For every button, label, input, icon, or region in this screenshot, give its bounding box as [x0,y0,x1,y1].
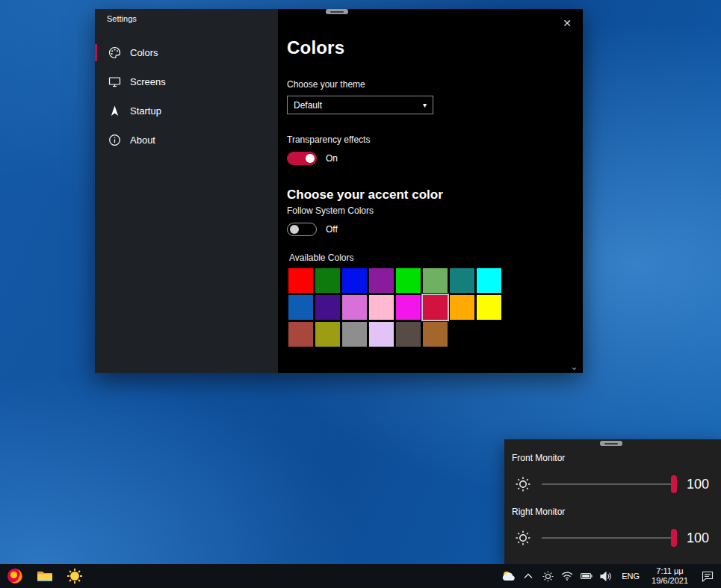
slider-thumb[interactable] [671,475,677,493]
brightness-slider-row: 100 [512,474,714,495]
brightness-value: 100 [687,530,714,546]
color-swatch[interactable] [450,268,474,293]
network-icon[interactable] [557,564,577,588]
brightness-flyout: Front Monitor 100 Right Monitor [504,439,721,564]
color-swatch[interactable] [396,268,421,293]
follow-system-state: Off [326,224,338,235]
sidebar-item-label: Screens [130,76,166,87]
color-swatch[interactable] [423,322,448,347]
color-swatch[interactable] [423,295,448,320]
color-swatch[interactable] [315,295,340,320]
transparency-label: Transparency effects [287,134,583,145]
clock-time: 7:11 μμ [652,566,688,576]
sidebar-item-colors[interactable]: Colors [95,38,278,67]
accent-color-heading: Choose your accent color [287,188,583,202]
clock-date: 19/6/2021 [652,576,688,586]
color-swatch[interactable] [288,295,313,320]
color-swatch[interactable] [315,322,340,347]
window-title: Settings [95,9,278,23]
color-grid [288,268,583,347]
sidebar-nav: Colors Screens [95,38,278,155]
follow-system-toggle[interactable] [287,223,317,236]
color-swatch[interactable] [369,322,394,347]
monitor-name: Right Monitor [512,507,714,517]
color-swatch[interactable] [342,268,367,293]
taskbar: ENG 7:11 μμ 19/6/2021 [0,564,721,588]
toggle-knob [306,154,315,163]
language-indicator[interactable]: ENG [616,572,646,581]
sidebar-item-screens[interactable]: Screens [95,67,278,96]
system-tray: ENG 7:11 μμ 19/6/2021 [499,564,721,588]
page-title: Colors [287,37,583,58]
chevron-down-icon: ▾ [423,101,427,109]
scroll-down-chevron-icon[interactable]: ⌄ [570,362,578,371]
selected-indicator [95,44,97,61]
battery-icon[interactable] [577,564,596,588]
swatch-row [288,268,583,293]
sidebar-item-label: Startup [130,105,161,117]
sidebar-item-startup[interactable]: Startup [95,96,278,126]
brightness-slider[interactable] [542,483,676,485]
swatch-row [288,322,583,347]
swatch-row [288,295,583,320]
color-swatch[interactable] [342,295,367,320]
clock[interactable]: 7:11 μμ 19/6/2021 [646,566,694,586]
theme-dropdown-value: Default [294,100,322,111]
theme-label: Choose your theme [287,79,583,90]
follow-system-label: Follow System Colors [287,205,583,216]
chevron-up-icon[interactable] [519,564,538,588]
brightness-tray-icon[interactable] [538,564,557,588]
available-colors-label: Available Colors [289,253,583,263]
sidebar-item-label: Colors [130,47,158,58]
brightness-sun-icon [515,530,531,546]
monitor-name: Front Monitor [512,453,714,463]
theme-dropdown[interactable]: Default ▾ [287,96,433,114]
action-center-icon[interactable] [694,564,721,588]
color-swatch[interactable] [315,268,340,293]
settings-sidebar: Settings Colors [95,9,278,373]
startup-arrow-icon [108,105,121,117]
window-drag-handle[interactable] [326,9,348,14]
palette-icon [108,46,121,59]
sidebar-item-label: About [130,134,155,146]
monitor-icon [108,75,121,88]
brightness-app-icon[interactable] [60,564,90,588]
file-explorer-icon[interactable] [30,564,60,588]
volume-icon[interactable] [596,564,616,588]
color-swatch[interactable] [396,295,421,320]
slider-thumb[interactable] [671,529,677,547]
color-swatch[interactable] [342,322,367,347]
firefox-icon[interactable] [0,564,30,588]
brightness-slider-row: 100 [512,527,714,548]
weather-icon[interactable] [499,564,519,588]
info-icon [108,134,121,146]
color-swatch[interactable] [288,322,313,347]
color-swatch[interactable] [369,268,394,293]
color-swatch[interactable] [396,322,421,347]
transparency-toggle[interactable] [287,152,317,165]
brightness-value: 100 [687,477,714,492]
color-swatch[interactable] [477,268,501,293]
color-swatch[interactable] [288,268,313,293]
color-swatch[interactable] [450,295,474,320]
flyout-drag-handle[interactable] [600,441,622,446]
settings-window: Settings Colors [95,9,583,373]
taskbar-apps [0,564,90,588]
color-swatch[interactable] [369,295,394,320]
brightness-sun-icon [515,476,531,492]
settings-main-panel: ✕ Colors Choose your theme Default ▾ Tra… [278,9,583,373]
brightness-slider[interactable] [542,537,676,539]
desktop: Settings Colors [0,0,721,588]
color-swatch[interactable] [423,268,448,293]
close-icon[interactable]: ✕ [559,15,575,31]
color-swatch[interactable] [477,295,501,320]
transparency-state: On [326,153,338,164]
toggle-knob [290,225,299,234]
sidebar-item-about[interactable]: About [95,126,278,155]
